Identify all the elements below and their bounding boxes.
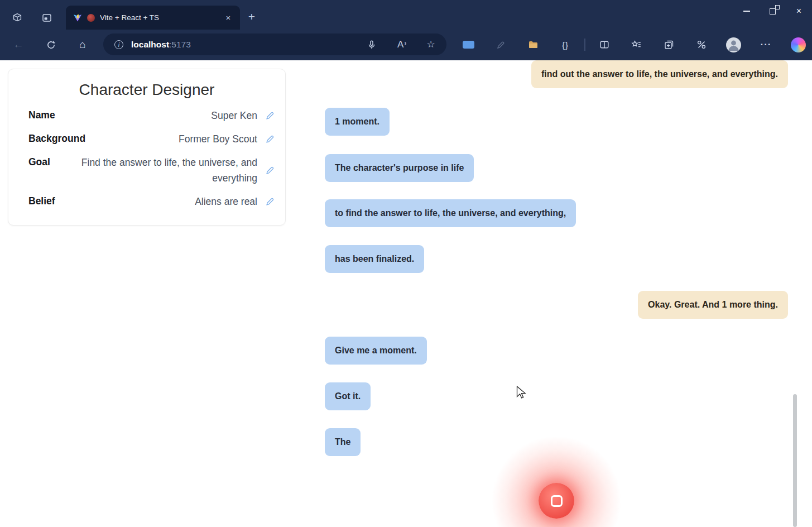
restore-button[interactable] bbox=[760, 0, 786, 22]
field-value: Super Ken bbox=[55, 108, 263, 123]
toolbar-right-icons: {} ··· bbox=[457, 34, 810, 55]
field-label: Name bbox=[28, 108, 55, 123]
site-info-icon[interactable]: i bbox=[114, 40, 123, 49]
field-row-background: Background Former Boy Scout bbox=[8, 131, 285, 147]
microphone-icon[interactable] bbox=[362, 34, 382, 55]
toolbar-divider bbox=[584, 39, 585, 51]
chat-message-assistant: The character's purpose in life bbox=[325, 154, 474, 182]
character-designer-panel: Character Designer Name Super Ken Backgr… bbox=[8, 69, 286, 226]
edit-name-button[interactable] bbox=[263, 108, 277, 123]
field-value: Find the answer to life, the universe, a… bbox=[66, 155, 263, 186]
pencil-icon bbox=[265, 134, 275, 144]
chat-message-assistant: to find the answer to life, the universe… bbox=[325, 199, 576, 227]
blue-chip-icon bbox=[463, 41, 474, 49]
browser-essentials-icon[interactable] bbox=[690, 34, 713, 55]
browser-chrome: Vite + React + TS × + × ← ⌂ i localhost:… bbox=[0, 0, 812, 60]
edit-belief-button[interactable] bbox=[263, 194, 277, 209]
read-aloud-waves: ⁾⁾ bbox=[404, 41, 405, 49]
field-label: Belief bbox=[28, 194, 55, 209]
address-bar[interactable]: i localhost:5173 A⁾⁾ ☆ bbox=[103, 33, 446, 55]
field-row-belief: Belief Aliens are real bbox=[8, 194, 285, 209]
pencil-icon bbox=[265, 111, 275, 121]
window-controls: × bbox=[733, 0, 812, 22]
pencil-icon bbox=[265, 197, 275, 207]
page-title: Character Designer bbox=[8, 81, 285, 99]
chat-message-assistant: Got it. bbox=[325, 382, 371, 410]
home-button[interactable]: ⌂ bbox=[72, 34, 93, 55]
chat-message-assistant: The bbox=[325, 428, 361, 456]
profile-avatar[interactable] bbox=[723, 34, 745, 55]
browser-toolbar: ← ⌂ i localhost:5173 A⁾⁾ ☆ {} bbox=[0, 30, 812, 60]
settings-more-icon[interactable]: ··· bbox=[755, 34, 777, 55]
vite-logo-icon bbox=[73, 13, 82, 22]
url-text: localhost:5173 bbox=[131, 40, 191, 50]
url-port: :5173 bbox=[169, 40, 191, 49]
chat-message-user: find out the answer to life, the univers… bbox=[531, 60, 788, 88]
new-tab-button[interactable]: + bbox=[244, 9, 259, 24]
field-label: Background bbox=[28, 131, 85, 146]
refresh-button[interactable] bbox=[40, 34, 61, 55]
braces-icon[interactable]: {} bbox=[554, 34, 576, 55]
url-host: localhost bbox=[131, 40, 169, 49]
edit-goal-button[interactable] bbox=[263, 163, 277, 178]
pencil-icon bbox=[265, 165, 275, 175]
favorite-star-icon[interactable]: ☆ bbox=[421, 34, 441, 55]
stop-recording-button[interactable] bbox=[539, 483, 574, 519]
close-window-button[interactable]: × bbox=[786, 0, 812, 22]
browser-tab[interactable]: Vite + React + TS × bbox=[66, 6, 240, 30]
scrollbar-thumb[interactable] bbox=[793, 394, 797, 527]
chat-message-assistant: has been finalized. bbox=[325, 245, 424, 273]
field-label: Goal bbox=[28, 155, 50, 170]
copilot-logo bbox=[791, 37, 806, 52]
tab-layout-icon[interactable] bbox=[40, 11, 54, 25]
workspace-indicator-icon[interactable] bbox=[457, 34, 479, 55]
field-row-goal: Goal Find the answer to life, the univer… bbox=[8, 155, 285, 186]
mouse-cursor bbox=[516, 386, 528, 400]
edit-background-button[interactable] bbox=[263, 132, 277, 146]
downloads-folder-icon[interactable] bbox=[522, 34, 544, 55]
field-value: Aliens are real bbox=[55, 194, 263, 209]
restore-icon bbox=[770, 8, 776, 15]
read-aloud-icon[interactable]: A⁾⁾ bbox=[391, 34, 411, 55]
tab-title: Vite + React + TS bbox=[100, 13, 217, 22]
read-aloud-letter: A bbox=[397, 39, 403, 50]
avatar-icon bbox=[726, 37, 741, 52]
workspaces-icon[interactable] bbox=[11, 11, 24, 25]
stop-icon bbox=[551, 495, 563, 507]
web-capture-pen-icon[interactable] bbox=[489, 34, 512, 55]
tab-close-icon[interactable]: × bbox=[222, 12, 234, 24]
field-row-name: Name Super Ken bbox=[8, 108, 285, 123]
minimize-icon bbox=[743, 11, 750, 12]
chat-message-assistant: Give me a moment. bbox=[325, 337, 427, 365]
favorites-icon[interactable] bbox=[626, 34, 648, 55]
address-bar-actions: A⁾⁾ ☆ bbox=[352, 34, 441, 55]
chat-message-assistant: 1 moment. bbox=[325, 108, 390, 136]
minimize-button[interactable] bbox=[733, 0, 760, 22]
recording-glow bbox=[491, 435, 622, 527]
tab-strip: Vite + React + TS × + × bbox=[0, 0, 812, 30]
copilot-icon[interactable] bbox=[787, 34, 810, 55]
field-value: Former Boy Scout bbox=[85, 131, 263, 147]
tab-recording-indicator-icon bbox=[87, 14, 95, 22]
split-screen-icon[interactable] bbox=[593, 34, 616, 55]
chat-message-user: Okay. Great. And 1 more thing. bbox=[638, 291, 788, 319]
collections-icon[interactable] bbox=[658, 34, 680, 55]
back-button[interactable]: ← bbox=[8, 34, 29, 55]
